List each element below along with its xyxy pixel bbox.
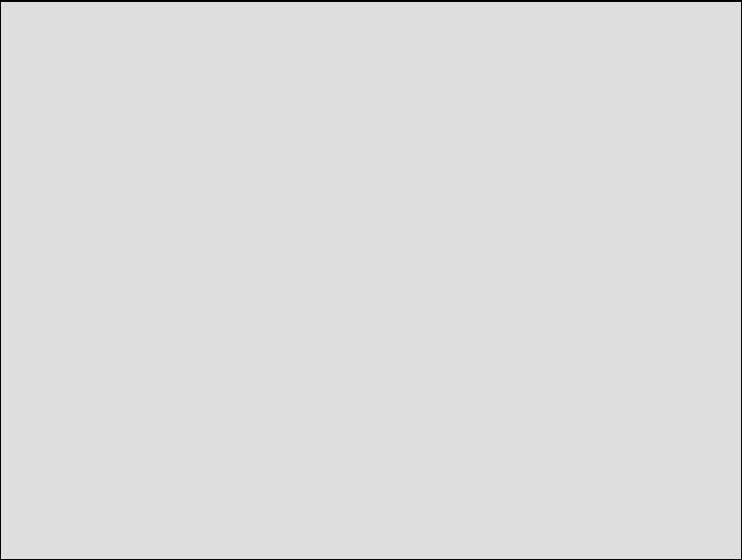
x-axis-label [41,546,741,560]
plot-canvas [1,2,742,560]
plot-title [41,3,741,18]
plot-window [0,0,742,560]
